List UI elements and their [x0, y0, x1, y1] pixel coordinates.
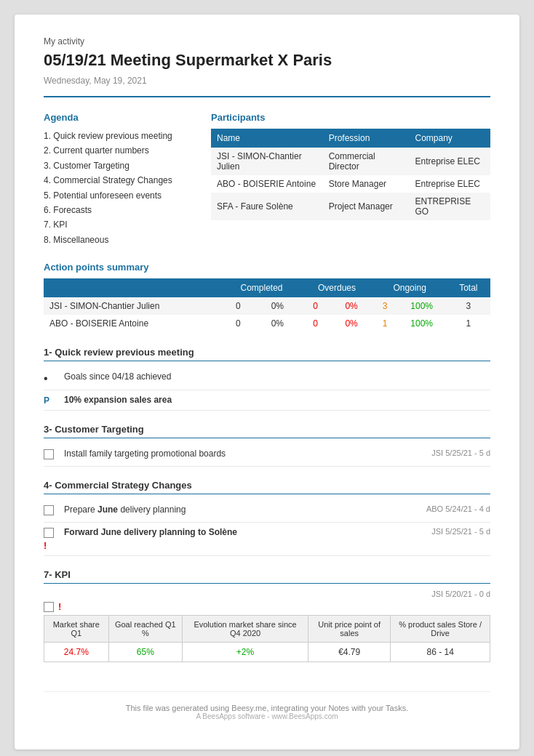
my-activity-label: My activity — [44, 36, 490, 47]
col-ongoing: Ongoing — [373, 278, 447, 297]
item-meta: JSI 5/25/21 - 5 d — [431, 449, 490, 457]
table-row: ABO - BOISERIE Antoine 0 0% 0 0% 1 100% … — [44, 315, 490, 332]
col-person — [44, 278, 223, 297]
participants-section: Participants Name Profession Company JSI… — [211, 112, 490, 247]
exclaim-icon: ! — [58, 601, 61, 612]
kpi-value: 86 - 14 — [391, 643, 490, 662]
cell: ENTREPRISE GO — [409, 193, 490, 220]
item-row: ! Forward June delivery planning to Solè… — [44, 523, 490, 556]
footer-line1: This file was generated using Beesy.me, … — [44, 704, 490, 712]
item-text: Prepare June delivery planning — [64, 504, 419, 515]
cell-completed: 0 — [223, 315, 255, 332]
list-item: 6. Forecasts — [44, 203, 189, 217]
checkbox-shape — [44, 449, 54, 459]
cell-ongoing-pct: 100% — [397, 315, 447, 332]
kpi-value: 65% — [108, 643, 182, 662]
list-item: 7. KPI — [44, 217, 189, 232]
footer-line2: A BeesApps software - www.BeesApps.com — [44, 712, 490, 720]
cell-completed: 0 — [223, 297, 255, 315]
kpi-col-header: % product sales Store / Drive — [391, 616, 490, 643]
col-overdues: Overdues — [300, 278, 372, 297]
item-row: P 10% expansion sales area — [44, 390, 490, 411]
kpi-value: €4.79 — [308, 643, 391, 662]
page: My activity 05/19/21 Meeting Supermarket… — [15, 15, 519, 749]
section-4-heading: 4- Commercial Strategy Changes — [44, 480, 490, 494]
item-text: 10% expansion sales area — [64, 395, 490, 405]
action-points-table: Completed Overdues Ongoing Total JSI - S… — [44, 278, 490, 332]
participants-title: Participants — [211, 112, 490, 123]
item-meta: JSI 5/25/21 - 5 d — [431, 527, 490, 536]
cell: Entreprise ELEC — [409, 148, 490, 175]
col-profession: Profession — [323, 129, 410, 148]
cell-total: 3 — [447, 297, 490, 315]
list-item: 3. Customer Targeting — [44, 158, 189, 173]
agenda-section: Agenda 1. Quick review previous meeting … — [44, 112, 189, 247]
agenda-participants-section: Agenda 1. Quick review previous meeting … — [44, 112, 490, 247]
table-row: ABO - BOISERIE Antoine Store Manager Ent… — [211, 175, 490, 193]
exclaim-icon: ! — [44, 540, 47, 551]
section-7: 7- KPI JSI 5/20/21 - 0 d ! Market share … — [44, 569, 490, 662]
footer: This file was generated using Beesy.me, … — [44, 691, 490, 720]
kpi-value: +2% — [182, 643, 308, 662]
kpi-checkbox-row: ! — [44, 601, 490, 612]
cell: SFA - Faure Solène — [211, 193, 323, 220]
kpi-value: 24.7% — [44, 643, 109, 662]
cell-ongoing: 1 — [373, 315, 397, 332]
checkbox-shape — [44, 505, 54, 515]
cell: Commercial Director — [323, 148, 410, 175]
kpi-meta-row: JSI 5/20/21 - 0 d — [44, 590, 490, 598]
kpi-col-header: Goal reached Q1 % — [108, 616, 182, 643]
item-meta: ABO 5/24/21 - 4 d — [426, 504, 490, 513]
kpi-col-header: Market share Q1 — [44, 616, 109, 643]
item-row: Prepare June delivery planning ABO 5/24/… — [44, 500, 490, 523]
section-7-heading: 7- KPI — [44, 569, 490, 584]
cell-overdues: 0 — [300, 297, 330, 315]
meeting-date: Wednesday, May 19, 2021 — [44, 76, 490, 97]
kpi-table: Market share Q1 Goal reached Q1 % Evolut… — [44, 615, 490, 662]
cell-name: ABO - BOISERIE Antoine — [44, 315, 223, 332]
col-total: Total — [447, 278, 490, 297]
cell-ongoing: 3 — [373, 297, 397, 315]
action-points-title: Action points summary — [44, 262, 490, 273]
participants-table: Name Profession Company JSI - SIMON-Chan… — [211, 129, 490, 220]
cell-overdues: 0 — [300, 315, 330, 332]
list-item: 5. Potential unforeseen events — [44, 188, 189, 203]
section-3-heading: 3- Customer Targeting — [44, 424, 490, 438]
cell: Store Manager — [323, 175, 410, 193]
item-row: • Goals since 04/18 achieved — [44, 367, 490, 390]
cell: ABO - BOISERIE Antoine — [211, 175, 323, 193]
page-title: 05/19/21 Meeting Supermarket X Paris — [44, 51, 490, 70]
cell: Project Manager — [323, 193, 410, 220]
cell-completed-pct: 0% — [254, 315, 300, 332]
kpi-col-header: Unit price point of sales — [308, 616, 391, 643]
col-name: Name — [211, 129, 323, 148]
kpi-meta: JSI 5/20/21 - 0 d — [431, 590, 490, 598]
cell-overdues-pct: 0% — [330, 297, 373, 315]
section-1-heading: 1- Quick review previous meeting — [44, 347, 490, 361]
item-text: Forward June delivery planning to Solène — [64, 527, 424, 537]
cell: Entreprise ELEC — [409, 175, 490, 193]
cell-completed-pct: 0% — [254, 297, 300, 315]
checkbox-shape — [44, 528, 54, 538]
cell-overdues-pct: 0% — [330, 315, 373, 332]
checkbox-icon — [44, 505, 57, 518]
section-1: 1- Quick review previous meeting • Goals… — [44, 347, 490, 411]
item-text: Goals since 04/18 achieved — [64, 371, 490, 382]
agenda-title: Agenda — [44, 112, 189, 123]
table-row: 24.7% 65% +2% €4.79 86 - 14 — [44, 643, 490, 662]
cell: JSI - SIMON-Chantier Julien — [211, 148, 323, 175]
list-item: 4. Commercial Strategy Changes — [44, 173, 189, 188]
kpi-col-header: Evolution market share since Q4 2020 — [182, 616, 308, 643]
section-3: 3- Customer Targeting Install family tar… — [44, 424, 490, 467]
table-row: JSI - SIMON-Chantier Julien Commercial D… — [211, 148, 490, 175]
checkbox-icon — [44, 449, 57, 462]
list-item: 2. Current quarter numbers — [44, 143, 189, 158]
cell-ongoing-pct: 100% — [397, 297, 447, 315]
para-icon: P — [44, 395, 57, 406]
bullet-icon: • — [44, 372, 57, 385]
checkbox-exclaim-icon: ! — [44, 528, 57, 551]
action-points-section: Action points summary Completed Overdues… — [44, 262, 490, 332]
table-row: JSI - SIMON-Chantier Julien 0 0% 0 0% 3 … — [44, 297, 490, 315]
checkbox-shape — [44, 602, 54, 612]
col-completed: Completed — [223, 278, 301, 297]
